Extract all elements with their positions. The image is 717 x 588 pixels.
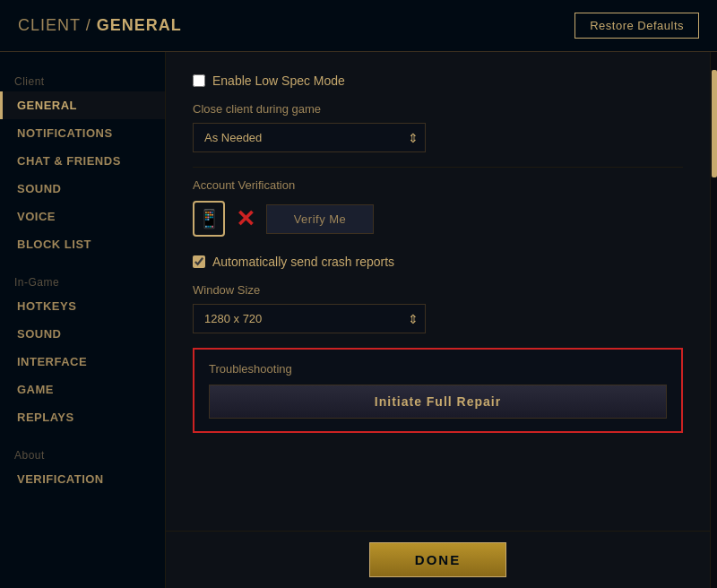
x-error-icon: ✕ — [236, 207, 255, 230]
done-button[interactable]: DONE — [369, 542, 506, 577]
phone-icon: 📱 — [193, 201, 225, 237]
sidebar-item-sound-ingame[interactable]: SOUND — [0, 320, 165, 348]
page-title: CLIENT / GENERAL — [18, 16, 182, 35]
sidebar-item-interface[interactable]: INTERFACE — [0, 348, 165, 376]
window-size-select-wrapper: 1280 x 720 1024 x 576 1600 x 900 ⇕ — [193, 304, 426, 333]
window-size-select[interactable]: 1280 x 720 1024 x 576 1600 x 900 — [193, 304, 426, 333]
low-spec-row: Enable Low Spec Mode — [193, 74, 683, 88]
sidebar-item-block-list[interactable]: BLOCK LIST — [0, 230, 165, 258]
crash-reports-row: Automatically send crash reports — [193, 255, 683, 269]
sidebar-item-replays[interactable]: REPLAYS — [0, 403, 165, 431]
window-size-label: Window Size — [193, 283, 683, 297]
scrollbar[interactable] — [710, 52, 717, 588]
sidebar-section-about: About — [0, 442, 165, 465]
main-layout: Client GENERAL NOTIFICATIONS CHAT & FRIE… — [0, 52, 717, 588]
sidebar-item-voice[interactable]: VOICE — [0, 203, 165, 230]
sidebar-item-chat-friends[interactable]: CHAT & FRIENDS — [0, 147, 165, 175]
restore-defaults-button[interactable]: Restore Defaults — [574, 13, 699, 39]
crash-reports-checkbox[interactable] — [193, 255, 205, 268]
account-verification-label: Account Verification — [193, 178, 683, 192]
verify-me-button[interactable]: Verify Me — [266, 204, 374, 234]
initiate-full-repair-button[interactable]: Initiate Full Repair — [209, 385, 667, 419]
low-spec-checkbox[interactable] — [193, 74, 205, 87]
troubleshoot-label: Troubleshooting — [209, 362, 667, 376]
sidebar-item-general[interactable]: GENERAL — [0, 91, 165, 119]
sidebar-section-ingame: In-Game — [0, 269, 165, 292]
verification-row: 📱 ✕ Verify Me — [193, 201, 683, 237]
crash-reports-checkbox-label[interactable]: Automatically send crash reports — [193, 255, 394, 269]
close-client-select-wrapper: As Needed Never Always ⇕ — [193, 123, 426, 152]
content-area: Enable Low Spec Mode Close client during… — [166, 52, 710, 588]
sidebar-item-game[interactable]: GAME — [0, 376, 165, 403]
close-client-label: Close client during game — [193, 102, 683, 116]
close-client-select[interactable]: As Needed Never Always — [193, 123, 426, 152]
low-spec-checkbox-label[interactable]: Enable Low Spec Mode — [193, 74, 345, 88]
sidebar-item-sound[interactable]: SOUND — [0, 175, 165, 203]
sidebar-item-verification[interactable]: VERIFICATION — [0, 465, 165, 493]
footer: DONE — [166, 531, 710, 588]
sidebar-item-notifications[interactable]: NOTIFICATIONS — [0, 119, 165, 147]
scrollbar-thumb[interactable] — [712, 70, 717, 177]
divider-1 — [193, 167, 683, 168]
header: CLIENT / GENERAL Restore Defaults — [0, 0, 717, 52]
troubleshooting-box: Troubleshooting Initiate Full Repair — [193, 348, 683, 433]
sidebar-item-hotkeys[interactable]: HOTKEYS — [0, 292, 165, 320]
sidebar-section-client: Client — [0, 68, 165, 91]
sidebar: Client GENERAL NOTIFICATIONS CHAT & FRIE… — [0, 52, 166, 588]
